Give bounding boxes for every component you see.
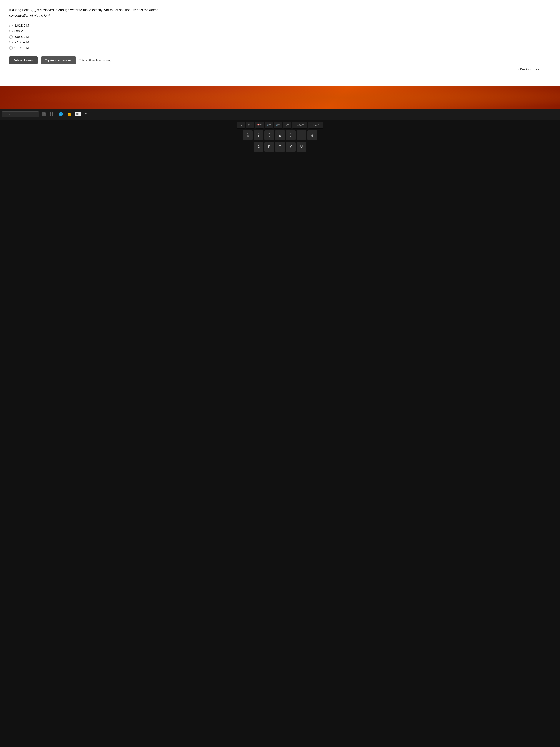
- bold-mass: 4.00: [12, 8, 19, 12]
- svg-rect-3: [51, 114, 52, 116]
- play-pause-icon: ▷II: [248, 124, 250, 126]
- key-f7-label: F7: [287, 124, 289, 126]
- mute-icon: 🔇: [257, 124, 260, 126]
- key-3-bot: 3: [247, 134, 248, 137]
- key-f2[interactable]: F2: [237, 122, 245, 129]
- key-vol-up[interactable]: 🔊 F6: [274, 122, 282, 129]
- answer-option-5[interactable]: 9.10E-5 M: [9, 46, 551, 50]
- windows-circle-icon: [42, 112, 46, 117]
- radio-4[interactable]: [9, 41, 12, 44]
- key-f3-label: F3: [250, 124, 252, 126]
- bold-volume: 545: [104, 8, 109, 12]
- try-another-version-button[interactable]: Try Another Version: [41, 56, 76, 64]
- taskbar: 99+: [0, 108, 560, 120]
- radio-2[interactable]: [9, 30, 12, 33]
- key-f9-label: F9: [317, 124, 319, 126]
- key-mute[interactable]: 🔇 F4: [256, 122, 264, 129]
- taskbar-file-explorer-button[interactable]: [66, 111, 73, 118]
- key-5[interactable]: % 5: [264, 130, 274, 140]
- answer-option-3[interactable]: 3.03E-2 M: [9, 35, 551, 39]
- chevron-left-icon: ‹: [518, 68, 519, 72]
- option-4-label: 9.10E-2 M: [15, 41, 29, 44]
- desktop-wallpaper: [0, 86, 560, 108]
- key-6[interactable]: ^ 6: [275, 130, 285, 140]
- question-italic: what is the molar concentration of nitra…: [9, 8, 158, 18]
- key-8[interactable]: * 8: [297, 130, 306, 140]
- svg-rect-1: [51, 112, 52, 114]
- submit-answer-button[interactable]: Submit Answer: [9, 56, 37, 64]
- key-4[interactable]: $ 4: [254, 130, 263, 140]
- previous-label: Previous: [520, 68, 532, 71]
- option-2-label: 333 M: [15, 29, 23, 33]
- key-vol-down[interactable]: 🔉 F5: [265, 122, 273, 129]
- fn-key-row: F2 ▷II F3 🔇 F4 🔉 F5 🔊 F6 ☼ F7 PrtScn F8 …: [4, 122, 556, 129]
- svg-point-0: [43, 113, 45, 115]
- taskbar-task-view-button[interactable]: [49, 111, 56, 118]
- notification-count-badge: 99+: [75, 112, 81, 116]
- next-button[interactable]: Next ›: [535, 68, 543, 72]
- taskbar-back-button[interactable]: [83, 111, 90, 118]
- svg-rect-2: [53, 112, 54, 114]
- number-key-row: # 3 $ 4 % 5 ^ 6 & 7 * 8 ( 9: [4, 130, 556, 140]
- key-9[interactable]: ( 9: [308, 130, 317, 140]
- key-u[interactable]: U: [297, 142, 306, 152]
- key-7-bot: 7: [290, 134, 292, 137]
- key-f8-label: F8: [302, 124, 304, 126]
- key-u-label: U: [300, 145, 303, 149]
- edge-icon: [58, 112, 63, 117]
- task-view-icon: [50, 112, 54, 116]
- key-6-bot: 6: [279, 134, 281, 137]
- key-e[interactable]: E: [254, 142, 263, 152]
- key-home[interactable]: Home F9: [308, 122, 323, 129]
- question-text: If 4.00 g Fe(NO3)3 is dissolved in enoug…: [9, 7, 176, 18]
- home-label: Home: [312, 124, 317, 126]
- key-y[interactable]: Y: [286, 142, 296, 152]
- key-t[interactable]: T: [275, 142, 285, 152]
- svg-rect-4: [53, 114, 54, 116]
- vol-down-icon: 🔉: [266, 124, 269, 126]
- option-1-label: 1.01E-2 M: [15, 24, 29, 28]
- previous-button[interactable]: ‹ Previous: [518, 68, 532, 72]
- key-y-label: Y: [290, 145, 292, 149]
- navigation-row: ‹ Previous Next ›: [9, 64, 551, 75]
- key-7[interactable]: & 7: [286, 130, 296, 140]
- key-f4-label: F4: [260, 124, 262, 126]
- keyboard-area: F2 ▷II F3 🔇 F4 🔉 F5 🔊 F6 ☼ F7 PrtScn F8 …: [0, 120, 560, 747]
- key-r[interactable]: R: [264, 142, 274, 152]
- key-8-bot: 8: [301, 134, 302, 137]
- answer-option-1[interactable]: 1.01E-2 M: [9, 24, 551, 28]
- key-t-label: T: [279, 145, 281, 149]
- radio-1[interactable]: [9, 24, 12, 27]
- radio-3[interactable]: [9, 35, 12, 38]
- next-label: Next: [535, 68, 541, 71]
- prtscn-label: PrtScn: [296, 124, 302, 126]
- answer-option-2[interactable]: 333 M: [9, 29, 551, 33]
- taskbar-start-button[interactable]: [41, 111, 47, 118]
- button-row: Submit Answer Try Another Version 5 item…: [9, 56, 551, 64]
- key-5-bot: 5: [268, 134, 270, 137]
- key-e-label: E: [258, 145, 260, 149]
- taskbar-edge-button[interactable]: [57, 111, 64, 118]
- screen-content: If 4.00 g Fe(NO3)3 is dissolved in enoug…: [0, 0, 560, 86]
- key-3[interactable]: # 3: [243, 130, 252, 140]
- key-play-pause[interactable]: ▷II F3: [246, 122, 254, 129]
- answer-option-4[interactable]: 9.10E-2 M: [9, 41, 551, 44]
- key-f2-label: F2: [240, 124, 242, 126]
- key-prtscn[interactable]: PrtScn F8: [292, 122, 307, 129]
- option-3-label: 3.03E-2 M: [15, 35, 29, 39]
- attempts-remaining-text: 5 item attempts remaining: [79, 58, 111, 62]
- back-arc-icon: [84, 112, 88, 116]
- key-4-bot: 4: [258, 134, 259, 137]
- file-explorer-icon: [67, 112, 72, 117]
- key-f6-label: F6: [278, 124, 281, 126]
- key-f5-label: F5: [269, 124, 271, 126]
- taskbar-search-input[interactable]: [2, 111, 39, 117]
- brightness-icon: ☼: [285, 124, 287, 126]
- taskbar-notifications-button[interactable]: 99+: [75, 111, 81, 118]
- radio-5[interactable]: [9, 46, 12, 50]
- letter-key-row: E R T Y U: [4, 142, 556, 152]
- chevron-right-icon: ›: [542, 68, 543, 72]
- key-r-label: R: [268, 145, 271, 149]
- vol-up-icon: 🔊: [276, 124, 278, 126]
- key-brightness[interactable]: ☼ F7: [283, 122, 291, 129]
